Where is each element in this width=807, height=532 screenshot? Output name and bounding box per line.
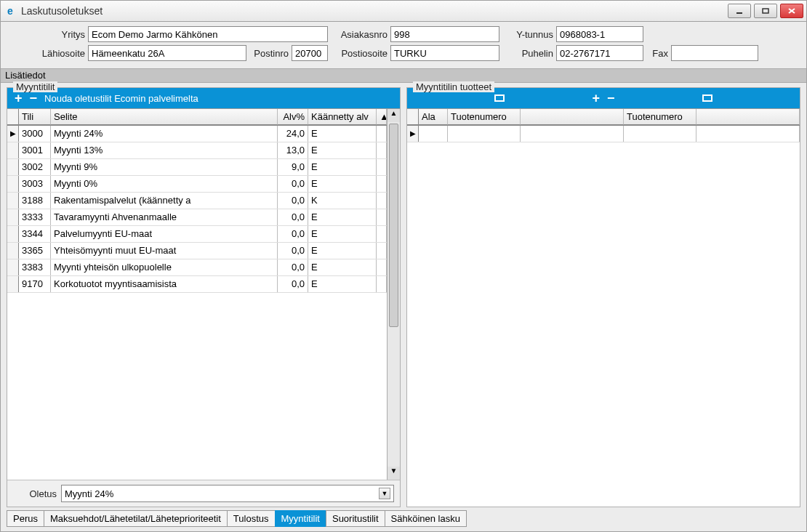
input-asiakasnro[interactable]: [390, 26, 499, 42]
input-lahiosoite[interactable]: [88, 45, 246, 61]
table-row[interactable]: 3333Tavaramyynti Ahvenanmaalle0,0E: [7, 209, 387, 226]
col-tuotenumero-1[interactable]: Tuotenumero: [448, 109, 521, 125]
maximize-button[interactable]: [754, 4, 777, 18]
row-marker-icon: [7, 193, 19, 209]
products-table[interactable]: Ala Tuotenumero Tuotenumero ▶: [407, 109, 800, 507]
col-tili[interactable]: Tili: [19, 109, 51, 125]
cell-alv[interactable]: 0,0: [278, 176, 308, 192]
cell-kaannetty[interactable]: E: [308, 209, 377, 225]
cell-tili[interactable]: 3000: [19, 126, 51, 142]
table-row[interactable]: 3001Myynti 13%13,0E: [7, 142, 387, 159]
col-alv[interactable]: Alv%: [278, 109, 308, 125]
cell-kaannetty[interactable]: E: [308, 126, 377, 142]
input-postinro[interactable]: [292, 45, 328, 61]
cell-kaannetty[interactable]: E: [308, 259, 377, 275]
row-marker-icon: [7, 142, 19, 158]
chevron-down-icon: ▼: [379, 488, 390, 499]
table-row[interactable]: 9170Korkotuotot myyntisaamisista0,0E: [7, 276, 387, 293]
add-product-button[interactable]: +: [593, 92, 601, 105]
cell-selite[interactable]: Palvelumyynti EU-maat: [51, 226, 278, 242]
tab-s-hk-inen-lasku[interactable]: Sähköinen lasku: [385, 510, 467, 527]
cell-selite[interactable]: Yhteisömyynti muut EU-maat: [51, 243, 278, 259]
cell-kaannetty[interactable]: E: [308, 276, 377, 292]
table-row[interactable]: 3383Myynti yhteisön ulkopuolelle0,0E: [7, 259, 387, 276]
input-postiosoite[interactable]: [390, 45, 499, 61]
cell-kaannetty[interactable]: K: [308, 193, 377, 209]
cell-selite[interactable]: Korkotuotot myyntisaamisista: [51, 276, 278, 292]
cell-selite[interactable]: Myynti 24%: [51, 126, 278, 142]
col-selite[interactable]: Selite: [51, 109, 278, 125]
row-marker-icon: [7, 276, 19, 292]
default-account-combo[interactable]: Myynti 24% ▼: [61, 485, 394, 502]
cell-tili[interactable]: 3365: [19, 243, 51, 259]
sort-indicator: ▲: [377, 109, 387, 125]
scroll-down-icon[interactable]: ▼: [388, 467, 400, 480]
cell-selite[interactable]: Tavaramyynti Ahvenanmaalle: [51, 209, 278, 225]
close-button[interactable]: [780, 4, 803, 18]
input-puhelin[interactable]: [556, 45, 643, 61]
table-row[interactable]: 3002Myynti 9%9,0E: [7, 159, 387, 176]
cell-tili[interactable]: 9170: [19, 276, 51, 292]
tab-myyntitilit[interactable]: Myyntitilit: [275, 510, 326, 527]
cell-selite[interactable]: Rakentamispalvelut (käännetty a: [51, 193, 278, 209]
label-asiakasnro: Asiakasnro: [331, 29, 388, 40]
col-kaannetty[interactable]: Käännetty alv: [308, 109, 377, 125]
scroll-thumb[interactable]: [389, 124, 398, 327]
minimize-button[interactable]: [728, 4, 751, 18]
table-row[interactable]: 3188Rakentamispalvelut (käännetty a0,0K: [7, 193, 387, 209]
cell-tili[interactable]: 3333: [19, 209, 51, 225]
col-tuotenumero-2[interactable]: Tuotenumero: [624, 109, 696, 125]
cell-tili[interactable]: 3003: [19, 176, 51, 192]
table-row[interactable]: ▶: [407, 126, 800, 142]
input-fax[interactable]: [671, 45, 758, 61]
col-blank-1[interactable]: [521, 109, 624, 125]
table-row[interactable]: 3365Yhteisömyynti muut EU-maat0,0E: [7, 243, 387, 259]
cell-selite[interactable]: Myynti yhteisön ulkopuolelle: [51, 259, 278, 275]
window-icon-2[interactable]: [702, 94, 712, 102]
cell-tili[interactable]: 3002: [19, 159, 51, 175]
add-row-button[interactable]: +: [15, 92, 23, 105]
cell-alv[interactable]: 0,0: [278, 243, 308, 259]
cell-kaannetty[interactable]: E: [308, 226, 377, 242]
row-marker-head: [7, 109, 19, 125]
app-icon: e: [4, 4, 17, 17]
cell-kaannetty[interactable]: E: [308, 176, 377, 192]
cell-selite[interactable]: Myynti 13%: [51, 142, 278, 158]
cell-kaannetty[interactable]: E: [308, 142, 377, 158]
cell-alv[interactable]: 0,0: [278, 209, 308, 225]
input-yritys[interactable]: [88, 26, 328, 42]
cell-alv[interactable]: 9,0: [278, 159, 308, 175]
table-row[interactable]: 3344Palvelumyynti EU-maat0,0E: [7, 226, 387, 243]
table-row[interactable]: ▶3000Myynti 24%24,0E: [7, 126, 387, 142]
remove-row-button[interactable]: −: [30, 92, 38, 105]
fetch-defaults-button[interactable]: Nouda oletustilit Ecomin palvelimelta: [44, 93, 198, 104]
cell-alv[interactable]: 0,0: [278, 276, 308, 292]
cell-tili[interactable]: 3383: [19, 259, 51, 275]
cell-selite[interactable]: Myynti 9%: [51, 159, 278, 175]
cell-alv[interactable]: 0,0: [278, 226, 308, 242]
col-blank-2[interactable]: [696, 109, 800, 125]
remove-product-button[interactable]: −: [607, 92, 615, 105]
cell-alv[interactable]: 0,0: [278, 259, 308, 275]
window-icon[interactable]: [494, 94, 505, 102]
cell-kaannetty[interactable]: E: [308, 243, 377, 259]
col-ala[interactable]: Ala: [419, 109, 448, 125]
tab-tulostus[interactable]: Tulostus: [227, 510, 276, 527]
cell-kaannetty[interactable]: E: [308, 159, 377, 175]
tab-maksuehdot-l-hetetilat-l-heteprioriteetit[interactable]: Maksuehdot/Lähetetilat/Läheteprioriteeti…: [44, 510, 228, 527]
tab-perus[interactable]: Perus: [7, 510, 44, 527]
cell-alv[interactable]: 24,0: [278, 126, 308, 142]
input-ytunnus[interactable]: [556, 26, 643, 42]
cell-tili[interactable]: 3344: [19, 226, 51, 242]
scrollbar[interactable]: ▲ ▼: [387, 109, 400, 480]
cell-selite[interactable]: Myynti 0%: [51, 176, 278, 192]
cell-alv[interactable]: 0,0: [278, 193, 308, 209]
scroll-up-icon[interactable]: ▲: [388, 109, 400, 122]
bottom-tabs: PerusMaksuehdot/Lähetetilat/Lähetepriori…: [1, 510, 806, 531]
cell-tili[interactable]: 3001: [19, 142, 51, 158]
cell-alv[interactable]: 13,0: [278, 142, 308, 158]
cell-tili[interactable]: 3188: [19, 193, 51, 209]
accounts-table[interactable]: Tili Selite Alv% Käännetty alv ▲ ▶3000My…: [7, 109, 387, 480]
tab-suoritustilit[interactable]: Suoritustilit: [326, 510, 385, 527]
table-row[interactable]: 3003Myynti 0%0,0E: [7, 176, 387, 193]
